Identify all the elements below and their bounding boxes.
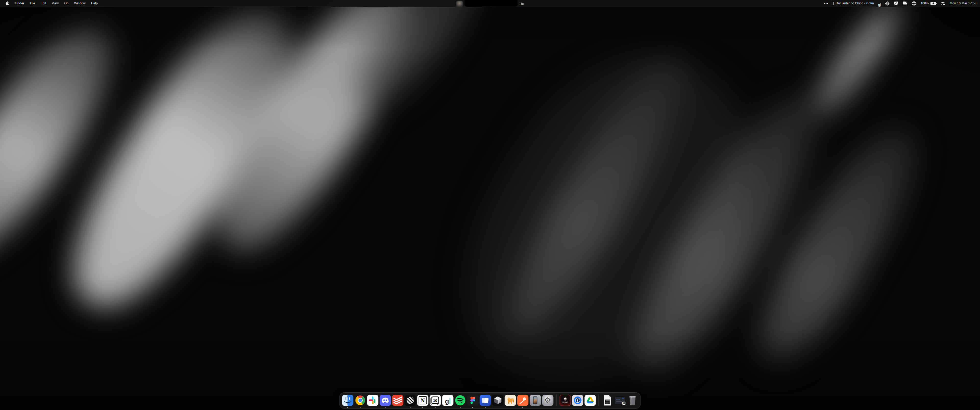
display-notch: [465, 0, 517, 6]
minimized-window-thumbnail: 10: [614, 395, 625, 406]
notion-calendar-icon: 10: [430, 395, 441, 406]
notch-album-art[interactable]: [456, 1, 463, 7]
running-indicator: [434, 407, 436, 408]
menu-edit[interactable]: Edit: [38, 0, 49, 6]
system-settings-icon: ⚙: [542, 395, 553, 406]
elephant-icon: [504, 395, 516, 406]
figma-icon: [467, 395, 478, 406]
event-text: Dar jantar do Chico · in 2m: [836, 2, 874, 5]
dock-item-chrome[interactable]: [355, 395, 366, 406]
menu-go[interactable]: Go: [62, 0, 72, 6]
postman-icon: [517, 395, 528, 406]
calendar-event-widget[interactable]: Dar jantar do Chico · in 2m: [833, 2, 874, 5]
dock-item-document[interactable]: [602, 395, 613, 406]
dock-item-cursor[interactable]: [492, 395, 504, 406]
menu-bar-left: Finder File Edit View Go Window Help: [0, 0, 100, 6]
grammarly-caret: [449, 398, 450, 404]
spotify-icon: [455, 395, 466, 406]
battery-percent: 100%: [921, 2, 929, 5]
running-indicator: [410, 407, 410, 408]
grammarly-app-icon: g: [442, 395, 453, 406]
trash-icon: [627, 395, 638, 406]
sun-icon[interactable]: [885, 0, 889, 6]
apple-menu[interactable]: [3, 0, 12, 6]
finder-icon: [342, 395, 353, 406]
menu-help[interactable]: Help: [88, 0, 100, 6]
chrome-icon: [355, 395, 366, 406]
control-toggles-icon[interactable]: [941, 0, 945, 6]
dock-item-iphone-mirroring[interactable]: [530, 395, 541, 406]
apple-logo-icon: [5, 1, 9, 5]
raycast-icon: raycast: [559, 395, 571, 406]
notion-icon: N: [417, 395, 428, 406]
calendar-day: 10: [431, 396, 439, 404]
raycast-diamond-icon: [563, 397, 567, 401]
dock-item-google-drive[interactable]: [584, 395, 596, 406]
linear-icon: [404, 395, 416, 406]
menu-bar-status: ••• Dar jantar do Chico · in 2m g: [824, 0, 980, 6]
battery-widget[interactable]: 100%: [921, 2, 937, 5]
document-file-icon: [602, 395, 613, 406]
dock-item-grammarly[interactable]: g: [442, 395, 453, 406]
dock-item-notion[interactable]: N: [417, 395, 428, 406]
overflow-icon[interactable]: •••: [824, 0, 829, 6]
dock-item-linear[interactable]: [404, 395, 416, 406]
raycast-wordmark: raycast: [562, 401, 568, 403]
desktop-wallpaper: [0, 0, 980, 410]
menu-bar-clock[interactable]: Mon 10 Mar 17:58: [950, 2, 977, 5]
google-drive-icon: [584, 395, 596, 406]
battery-charging-icon: [930, 2, 937, 5]
running-indicator: [472, 407, 473, 408]
dock-item-elephas[interactable]: [504, 395, 516, 406]
1password-icon[interactable]: [912, 0, 916, 6]
wallpaper-vignette: [0, 0, 980, 410]
dock-item-spotify[interactable]: [455, 395, 466, 406]
minimized-window-app-badge: 10: [622, 401, 626, 405]
menu-file[interactable]: File: [27, 0, 38, 6]
notion-letter: N: [418, 396, 427, 404]
dock-divider: [556, 394, 557, 406]
dock-item-postman[interactable]: [517, 395, 528, 406]
desktop: Finder File Edit View Go Window Help •••…: [0, 0, 980, 410]
running-indicator: [485, 407, 486, 408]
dock-item-figma[interactable]: [467, 395, 479, 406]
craft-icon: [479, 395, 491, 406]
running-indicator: [522, 407, 523, 408]
dock-item-slack[interactable]: [367, 395, 379, 406]
running-indicator: [347, 407, 348, 408]
audio-visualizer-icon[interactable]: [520, 2, 524, 5]
dock-item-todoist[interactable]: [392, 395, 404, 406]
event-color-bar-icon: [833, 2, 834, 5]
iphone-mirroring-icon: [530, 395, 541, 406]
dock-item-1password[interactable]: [572, 395, 584, 406]
pick-icon[interactable]: [894, 0, 898, 6]
running-indicator: [385, 407, 386, 408]
active-app-menu[interactable]: Finder: [12, 0, 27, 6]
cursor-icon: [492, 395, 503, 406]
dock-item-minimized-window[interactable]: 10: [614, 395, 626, 406]
dock: N 10 g: [339, 393, 641, 409]
display-icon[interactable]: [903, 0, 907, 6]
dock-item-raycast[interactable]: raycast: [559, 395, 571, 406]
dock-item-trash[interactable]: [627, 395, 638, 406]
running-indicator: [360, 407, 361, 408]
running-indicator: [422, 407, 423, 408]
keyhole-icon: [577, 399, 578, 402]
dock-item-craft[interactable]: [479, 395, 491, 406]
slack-icon: [367, 395, 378, 406]
todoist-icon: [392, 395, 403, 406]
running-indicator: [460, 407, 461, 408]
dock-item-discord[interactable]: [380, 395, 391, 406]
dock-item-system-settings[interactable]: ⚙: [542, 395, 554, 406]
gear-icon: ⚙: [544, 396, 551, 404]
menu-view[interactable]: View: [49, 0, 62, 6]
grammarly-icon[interactable]: g: [878, 0, 881, 6]
grammarly-letter: g: [445, 399, 449, 404]
dock-item-finder[interactable]: [342, 395, 353, 406]
discord-icon: [380, 395, 391, 406]
menu-window[interactable]: Window: [71, 0, 88, 6]
dock-item-notion-calendar[interactable]: 10: [430, 395, 441, 406]
1password-app-icon: [572, 395, 583, 406]
